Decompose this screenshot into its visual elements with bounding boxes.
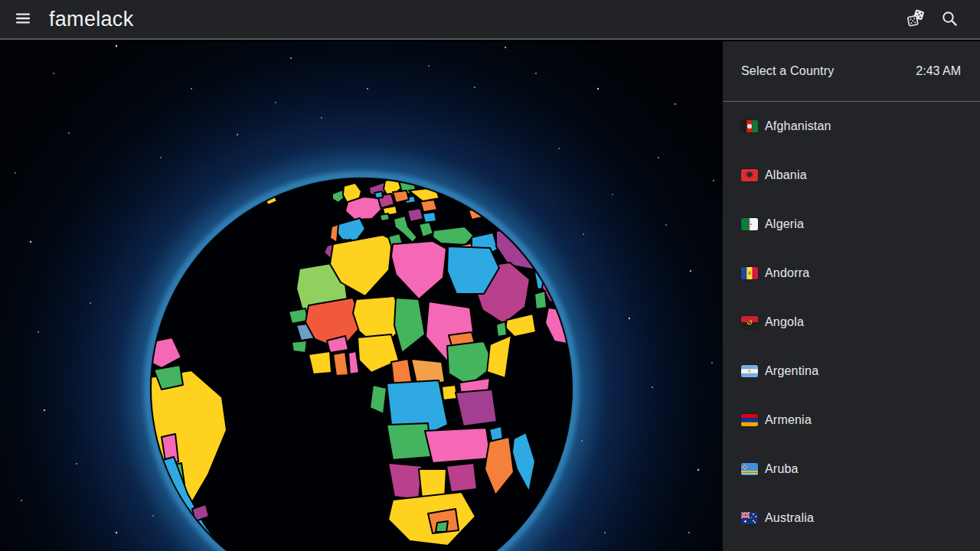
country-item-albania[interactable]: Albania — [723, 151, 980, 200]
panel-header: Select a Country 2:43 AM — [723, 41, 980, 102]
flag-australia-icon — [741, 512, 758, 524]
country-name: Afghanistan — [765, 119, 831, 133]
globe-canvas[interactable] — [0, 41, 723, 551]
flag-argentina-icon — [741, 365, 758, 377]
country-panel: Select a Country 2:43 AM Afghanistan — [723, 41, 980, 551]
dice-icon — [906, 8, 926, 31]
random-country-button[interactable] — [899, 2, 933, 36]
search-icon — [940, 9, 959, 30]
flag-algeria-icon — [741, 218, 758, 230]
flag-albania-icon — [741, 169, 758, 181]
country-name: Algeria — [765, 217, 804, 231]
country-name: Australia — [765, 511, 814, 525]
flag-aruba-icon — [741, 463, 758, 475]
country-item-armenia[interactable]: Armenia — [723, 396, 980, 445]
country-item-algeria[interactable]: Algeria — [723, 200, 980, 249]
country-list: Afghanistan Albania — [723, 102, 980, 543]
flag-angola-icon — [741, 316, 758, 328]
country-name: Aruba — [765, 462, 799, 476]
country-name: Andorra — [765, 266, 809, 280]
country-item-afghanistan[interactable]: Afghanistan — [723, 102, 980, 151]
app-title: famelack — [49, 9, 133, 30]
country-name: Argentina — [765, 364, 818, 378]
country-name: Angola — [765, 315, 804, 329]
panel-title: Select a Country — [741, 64, 834, 78]
clock: 2:43 AM — [916, 64, 961, 78]
menu-button[interactable] — [6, 2, 40, 36]
globe-area — [0, 41, 723, 551]
search-button[interactable] — [933, 2, 966, 36]
country-item-andorra[interactable]: Andorra — [723, 249, 980, 298]
country-name: Albania — [765, 168, 807, 182]
app-window: famelack — [0, 0, 980, 551]
country-item-angola[interactable]: Angola — [723, 298, 980, 347]
country-item-aruba[interactable]: Aruba — [723, 445, 980, 494]
flag-afghanistan-icon — [741, 120, 758, 132]
hamburger-menu-icon — [14, 9, 32, 30]
country-item-australia[interactable]: Australia — [723, 494, 980, 543]
app-bar: famelack — [0, 0, 980, 40]
country-name: Armenia — [765, 413, 812, 427]
country-item-argentina[interactable]: Argentina — [723, 347, 980, 396]
flag-andorra-icon — [741, 267, 758, 279]
flag-armenia-icon — [741, 414, 758, 426]
